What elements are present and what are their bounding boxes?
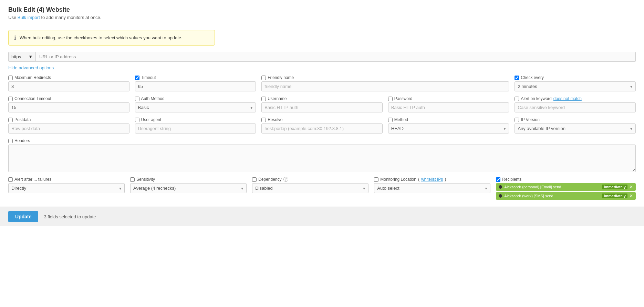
- max-redirects-label[interactable]: Maximum Redirects: [8, 75, 129, 80]
- monitoring-location-label[interactable]: Monitoring Location (whitelist IPs): [374, 177, 490, 182]
- postdata-label[interactable]: Postdata: [8, 117, 129, 122]
- postdata-checkbox[interactable]: [8, 118, 13, 122]
- headers-checkbox[interactable]: [8, 139, 13, 143]
- method-select[interactable]: HEAD GET POST: [388, 123, 509, 133]
- does-not-match-link[interactable]: does not match: [553, 96, 582, 101]
- alert-after-checkbox[interactable]: [8, 177, 13, 182]
- update-button[interactable]: Update: [8, 211, 38, 222]
- info-box: ℹ When bulk editing, use the checkboxes …: [8, 30, 215, 46]
- timeout-group: Timeout: [135, 75, 256, 91]
- recipients-label[interactable]: Recipients: [496, 177, 636, 182]
- sensitivity-label[interactable]: Sensitivity: [130, 177, 247, 182]
- max-redirects-checkbox[interactable]: [8, 76, 13, 80]
- recipient-text-1: Aleksandr (personal) [Email] send: [504, 185, 600, 189]
- headers-textarea[interactable]: [8, 145, 636, 172]
- resolve-checkbox[interactable]: [261, 118, 266, 122]
- protocol-arrow-icon: ▼: [28, 54, 33, 59]
- alert-keyword-group: Alert on keyword does not match: [515, 96, 636, 112]
- method-label[interactable]: Method: [388, 117, 509, 122]
- connection-timeout-checkbox[interactable]: [8, 97, 13, 101]
- user-agent-input[interactable]: [135, 123, 256, 133]
- method-checkbox[interactable]: [388, 118, 393, 122]
- password-checkbox[interactable]: [388, 97, 393, 101]
- url-row: https ▼: [8, 52, 636, 62]
- check-every-select[interactable]: 2 minutes 5 minutes 10 minutes: [515, 81, 636, 91]
- method-select-wrapper: HEAD GET POST: [388, 123, 509, 133]
- check-every-group: Check every 2 minutes 5 minutes 10 minut…: [515, 75, 636, 91]
- recipient-dot-2: [499, 194, 502, 198]
- sensitivity-checkbox[interactable]: [130, 177, 135, 182]
- password-label[interactable]: Password: [388, 96, 509, 101]
- monitoring-location-select[interactable]: Auto select: [374, 183, 490, 193]
- recipients-checkbox[interactable]: [496, 177, 500, 182]
- recipient-text-2: Aleksandr (work) [SMS] send: [504, 194, 600, 198]
- bulk-import-link[interactable]: Bulk import: [18, 15, 40, 20]
- hide-advanced-link[interactable]: Hide advanced options: [8, 65, 54, 70]
- friendly-name-label[interactable]: Friendly name: [261, 75, 509, 80]
- max-redirects-input[interactable]: [8, 81, 129, 91]
- username-checkbox[interactable]: [261, 97, 266, 101]
- fields-selected-text: 3 fields selected to update: [44, 214, 96, 219]
- recipient-close-2[interactable]: ✕: [630, 194, 633, 198]
- friendly-name-input[interactable]: [261, 81, 509, 91]
- method-group: Method HEAD GET POST: [388, 117, 509, 133]
- dependency-select[interactable]: Disabled: [252, 183, 368, 193]
- auth-method-group: Auth Method Basic Digest: [135, 96, 256, 112]
- sensitivity-select-wrapper: Average (4 rechecks) Low High: [130, 183, 247, 193]
- dependency-label[interactable]: Dependency ?: [252, 177, 368, 182]
- check-every-checkbox[interactable]: [515, 76, 519, 80]
- resolve-input[interactable]: [261, 123, 383, 133]
- alert-keyword-label[interactable]: Alert on keyword does not match: [515, 96, 636, 101]
- password-input[interactable]: [388, 102, 509, 112]
- recipients-list: Aleksandr (personal) [Email] send immedi…: [496, 183, 636, 201]
- resolve-label[interactable]: Resolve: [261, 117, 383, 122]
- whitelist-ips-link[interactable]: whitelist IPs: [421, 177, 443, 182]
- connection-timeout-input[interactable]: [8, 102, 129, 112]
- ip-version-checkbox[interactable]: [515, 118, 519, 122]
- postdata-input[interactable]: [8, 123, 129, 133]
- friendly-name-checkbox[interactable]: [261, 76, 266, 80]
- alert-keyword-input[interactable]: [515, 102, 636, 112]
- monitoring-location-checkbox[interactable]: [374, 177, 378, 182]
- dependency-help-icon: ?: [283, 177, 288, 182]
- sensitivity-select[interactable]: Average (4 rechecks) Low High: [130, 183, 247, 193]
- headers-label[interactable]: Headers: [8, 138, 636, 143]
- recipient-item-2: Aleksandr (work) [SMS] send immediately …: [496, 192, 636, 200]
- auth-method-checkbox[interactable]: [135, 97, 139, 101]
- url-input[interactable]: [36, 52, 636, 62]
- alert-after-label[interactable]: Alert after ... failures: [8, 177, 125, 182]
- check-every-label[interactable]: Check every: [515, 75, 636, 80]
- timeout-label[interactable]: Timeout: [135, 75, 256, 80]
- postdata-group: Postdata: [8, 117, 129, 133]
- footer-bar: Update 3 fields selected to update: [0, 207, 644, 226]
- auth-method-select[interactable]: Basic Digest: [135, 102, 256, 112]
- username-label[interactable]: Username: [261, 96, 383, 101]
- alert-after-group: Alert after ... failures Directly After …: [8, 177, 125, 201]
- recipient-close-1[interactable]: ✕: [630, 185, 633, 189]
- recipient-dot-1: [499, 185, 502, 189]
- connection-timeout-group: Connection Timeout: [8, 96, 129, 112]
- row-2: Connection Timeout Auth Method Basic Dig…: [8, 96, 636, 112]
- connection-timeout-label[interactable]: Connection Timeout: [8, 96, 129, 101]
- row-3: Postdata User agent Resolve Method: [8, 117, 636, 133]
- timeout-checkbox[interactable]: [135, 76, 139, 80]
- alert-keyword-checkbox[interactable]: [515, 97, 519, 101]
- monitoring-location-group: Monitoring Location (whitelist IPs) Auto…: [374, 177, 490, 201]
- dependency-checkbox[interactable]: [252, 177, 257, 182]
- username-group: Username: [261, 96, 383, 112]
- monitoring-location-select-wrapper: Auto select: [374, 183, 490, 193]
- auth-method-label[interactable]: Auth Method: [135, 96, 256, 101]
- dependency-select-wrapper: Disabled: [252, 183, 368, 193]
- timeout-input[interactable]: [135, 81, 256, 91]
- ip-version-label[interactable]: IP Version: [515, 117, 636, 122]
- username-input[interactable]: [261, 102, 383, 112]
- max-redirects-group: Maximum Redirects: [8, 75, 129, 91]
- alert-after-select[interactable]: Directly After 1 failure After 2 failure…: [8, 183, 125, 193]
- user-agent-label[interactable]: User agent: [135, 117, 256, 122]
- sensitivity-group: Sensitivity Average (4 rechecks) Low Hig…: [130, 177, 247, 201]
- ip-version-select[interactable]: Any available IP version IPv4 IPv6: [515, 123, 636, 133]
- protocol-select[interactable]: https ▼: [8, 52, 36, 62]
- dependency-group: Dependency ? Disabled: [252, 177, 368, 201]
- password-group: Password: [388, 96, 509, 112]
- user-agent-checkbox[interactable]: [135, 118, 139, 122]
